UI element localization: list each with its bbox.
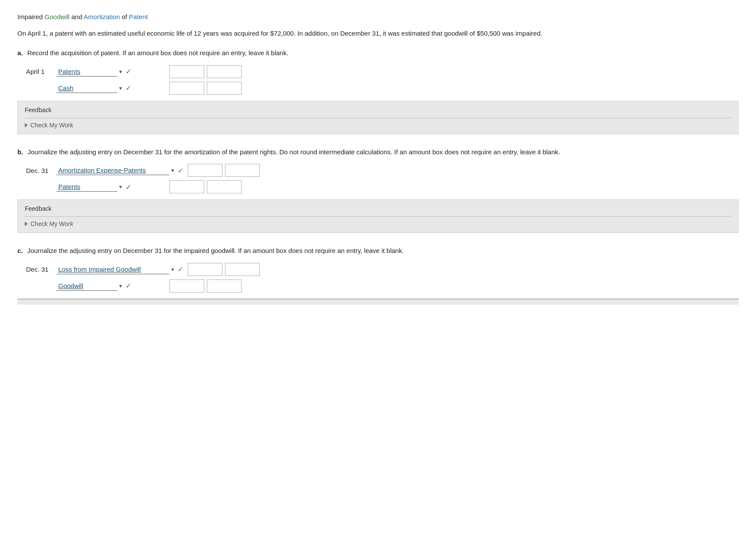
section-a-credit1[interactable] xyxy=(207,65,242,78)
section-c-debit2[interactable] xyxy=(169,279,204,292)
section-a-row1: April 1 Patents ▼ ✓ xyxy=(26,65,739,78)
section-a-question: a. Record the acquisition of patent. If … xyxy=(17,48,739,58)
problem-description: On April 1, a patent with an estimated u… xyxy=(17,28,739,39)
section-b-account2-wrapper: Patents ▼ ✓ xyxy=(56,182,169,192)
section-c-credit2[interactable] xyxy=(207,279,242,292)
section-c-credit1[interactable] xyxy=(225,263,260,276)
section-b-row2: Patents ▼ ✓ xyxy=(56,180,739,193)
section-c-account1-wrapper: Loss from Impaired Goodwill ▼ ✓ xyxy=(56,265,188,274)
section-c: c. Journalize the adjusting entry on Dec… xyxy=(17,246,739,305)
section-b-debit2[interactable] xyxy=(169,180,204,193)
section-a-account2-select[interactable]: Cash xyxy=(56,83,117,93)
chevron-down-icon-5[interactable]: ▼ xyxy=(170,267,175,272)
feedback-divider-b xyxy=(25,216,731,217)
section-b-account1-select[interactable]: Amortization Expense-Patents xyxy=(56,166,169,175)
section-c-account1-select[interactable]: Loss from Impaired Goodwill xyxy=(56,265,169,274)
check-mark-icon-4: ✓ xyxy=(126,183,131,191)
section-b-question: b. Journalize the adjusting entry on Dec… xyxy=(17,147,739,157)
chevron-down-icon-2[interactable]: ▼ xyxy=(118,86,123,91)
section-b-check-my-work[interactable]: Check My Work xyxy=(25,220,731,227)
section-b-credit2[interactable] xyxy=(207,180,242,193)
check-mark-icon: ✓ xyxy=(126,67,131,76)
section-b-account2-select[interactable]: Patents xyxy=(56,182,117,192)
page-title: Impaired Goodwill and Amortization of Pa… xyxy=(17,13,739,20)
feedback-divider-a xyxy=(25,118,731,118)
section-c-row2: Goodwill ▼ ✓ xyxy=(56,279,739,292)
section-a: a. Record the acquisition of patent. If … xyxy=(17,48,739,134)
section-c-account2-wrapper: Goodwill ▼ ✓ xyxy=(56,281,169,291)
check-mark-icon-3: ✓ xyxy=(178,166,183,175)
section-a-feedback-box: Feedback Check My Work xyxy=(17,101,739,134)
section-c-question: c. Journalize the adjusting entry on Dec… xyxy=(17,246,739,256)
section-b-row1: Dec. 31 Amortization Expense-Patents ▼ ✓ xyxy=(26,164,739,177)
section-b-feedback-box: Feedback Check My Work xyxy=(17,199,739,233)
chevron-down-icon-6[interactable]: ▼ xyxy=(118,283,123,289)
check-mark-icon-6: ✓ xyxy=(126,282,131,290)
section-c-date: Dec. 31 xyxy=(26,266,56,273)
section-a-account1-select[interactable]: Patents xyxy=(56,67,117,76)
section-a-account2-wrapper: Cash ▼ ✓ xyxy=(56,83,169,93)
chevron-down-icon[interactable]: ▼ xyxy=(118,69,123,74)
section-a-date: April 1 xyxy=(26,68,56,75)
section-b-date: Dec. 31 xyxy=(26,167,56,174)
section-c-bottom-bar xyxy=(17,299,739,305)
chevron-down-icon-4[interactable]: ▼ xyxy=(118,184,123,189)
section-b-credit1[interactable] xyxy=(225,164,260,177)
section-a-feedback-label: Feedback xyxy=(25,106,731,113)
check-mark-icon-5: ✓ xyxy=(178,265,183,273)
section-a-check-my-work[interactable]: Check My Work xyxy=(25,122,731,129)
section-b-feedback-label: Feedback xyxy=(25,205,731,212)
play-icon-a xyxy=(25,123,28,127)
section-b: b. Journalize the adjusting entry on Dec… xyxy=(17,147,739,233)
section-b-account1-wrapper: Amortization Expense-Patents ▼ ✓ xyxy=(56,166,188,175)
play-icon-b xyxy=(25,222,28,226)
section-b-debit1[interactable] xyxy=(188,164,222,177)
section-a-debit2[interactable] xyxy=(169,82,204,95)
chevron-down-icon-3[interactable]: ▼ xyxy=(170,168,175,173)
section-a-account1-wrapper: Patents ▼ ✓ xyxy=(56,67,169,76)
section-c-account2-select[interactable]: Goodwill xyxy=(56,281,117,291)
section-a-credit2[interactable] xyxy=(207,82,242,95)
section-c-row1: Dec. 31 Loss from Impaired Goodwill ▼ ✓ xyxy=(26,263,739,276)
check-mark-icon-2: ✓ xyxy=(126,84,131,92)
section-a-debit1[interactable] xyxy=(169,65,204,78)
section-a-row2: Cash ▼ ✓ xyxy=(56,82,739,95)
section-c-debit1[interactable] xyxy=(188,263,222,276)
